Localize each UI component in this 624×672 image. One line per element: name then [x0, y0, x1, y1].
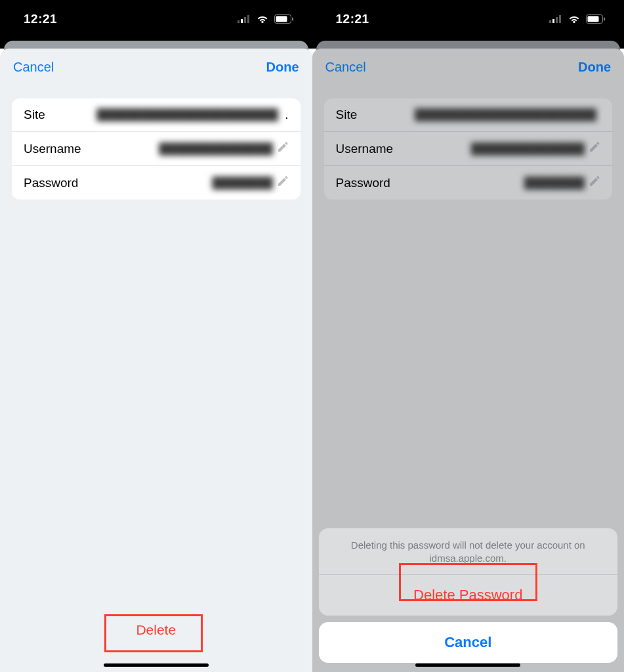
username-row[interactable]: Username ███████████████: [324, 131, 613, 165]
svg-rect-3: [247, 15, 249, 23]
site-value: ████████████████████████: [52, 108, 278, 121]
sheet-stack-back: [312, 38, 625, 49]
status-bar: 12:21: [312, 0, 625, 38]
status-bar: 12:21: [0, 0, 312, 38]
battery-icon: [274, 14, 294, 24]
username-value: ███████████████: [400, 142, 585, 156]
sheet-header: Cancel Done: [312, 49, 625, 85]
username-label: Username: [336, 142, 394, 156]
password-sheet: Cancel Done Site ███████████████████████…: [0, 49, 312, 672]
site-label: Site: [24, 108, 45, 122]
sheet-header: Cancel Done: [0, 49, 312, 85]
status-icons: [238, 14, 294, 24]
site-row[interactable]: Site ████████████████████████: [324, 98, 613, 131]
cancel-button[interactable]: Cancel: [13, 60, 54, 75]
svg-rect-13: [604, 18, 605, 21]
username-value: ███████████████: [88, 142, 273, 156]
credentials-card: Site ████████████████████████ . Username…: [12, 98, 301, 200]
delete-wrap: Delete: [0, 613, 312, 647]
pencil-icon[interactable]: [589, 175, 600, 190]
svg-rect-1: [241, 19, 243, 23]
site-row[interactable]: Site ████████████████████████ .: [12, 98, 301, 131]
delete-button[interactable]: Delete: [117, 613, 194, 647]
left-screenshot: 12:21 Cancel Done Site █████████████████…: [0, 0, 312, 672]
trail-dot: .: [285, 108, 288, 122]
svg-rect-0: [238, 20, 239, 23]
wifi-icon: [256, 14, 269, 24]
svg-rect-5: [276, 16, 287, 22]
right-screenshot: 12:21 Cancel Done Site █████████████████…: [312, 0, 625, 672]
cancel-button[interactable]: Cancel: [325, 60, 366, 75]
credentials-card: Site ████████████████████████ Username █…: [324, 98, 613, 200]
password-row[interactable]: Password ████████: [324, 165, 613, 200]
password-row[interactable]: Password ████████: [12, 165, 301, 200]
status-time: 12:21: [24, 12, 57, 26]
svg-rect-7: [549, 20, 551, 23]
svg-rect-9: [556, 17, 558, 23]
action-sheet-group: Deleting this password will not delete y…: [319, 528, 618, 616]
home-indicator[interactable]: [415, 663, 520, 667]
status-icons: [549, 14, 606, 24]
site-value: ████████████████████████: [364, 108, 596, 121]
username-row[interactable]: Username ███████████████: [12, 131, 301, 165]
password-value: ████████: [397, 177, 585, 190]
password-label: Password: [336, 176, 390, 190]
password-value: ████████: [85, 177, 272, 190]
done-button[interactable]: Done: [266, 60, 299, 75]
svg-rect-2: [244, 17, 246, 23]
password-sheet-dimmed: Cancel Done Site ███████████████████████…: [312, 49, 625, 672]
done-button[interactable]: Done: [578, 60, 611, 75]
wifi-icon: [568, 14, 581, 24]
sheet-stack-back: [0, 38, 312, 49]
home-indicator[interactable]: [104, 663, 209, 667]
svg-rect-10: [559, 15, 561, 23]
cellular-icon: [238, 15, 251, 23]
pencil-icon[interactable]: [277, 141, 289, 156]
site-label: Site: [336, 108, 358, 122]
action-sheet-message: Deleting this password will not delete y…: [319, 528, 618, 575]
username-label: Username: [24, 142, 81, 156]
delete-password-button[interactable]: Delete Password: [319, 574, 618, 616]
battery-icon: [586, 14, 606, 24]
cellular-icon: [549, 15, 562, 23]
svg-rect-8: [552, 19, 554, 23]
svg-rect-12: [588, 16, 599, 22]
svg-rect-6: [292, 18, 293, 21]
status-time: 12:21: [336, 12, 369, 26]
pencil-icon[interactable]: [277, 175, 289, 190]
password-label: Password: [24, 176, 78, 190]
pencil-icon[interactable]: [589, 141, 600, 156]
action-sheet: Deleting this password will not delete y…: [312, 528, 625, 673]
action-sheet-cancel-button[interactable]: Cancel: [319, 622, 618, 663]
